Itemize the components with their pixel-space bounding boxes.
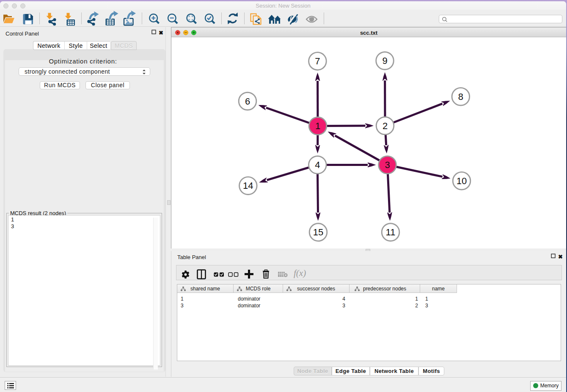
svg-text:8: 8 — [458, 91, 463, 102]
svg-text:2: 2 — [383, 121, 388, 131]
svg-text:3: 3 — [385, 160, 390, 170]
svg-text:11: 11 — [386, 227, 396, 237]
svg-text:1: 1 — [315, 121, 320, 131]
svg-text:6: 6 — [245, 96, 250, 107]
svg-text:14: 14 — [243, 180, 253, 191]
svg-text:15: 15 — [313, 227, 323, 237]
svg-text:7: 7 — [315, 56, 320, 66]
svg-text:4: 4 — [315, 160, 320, 170]
svg-text:9: 9 — [382, 55, 387, 66]
svg-text:10: 10 — [457, 176, 467, 186]
